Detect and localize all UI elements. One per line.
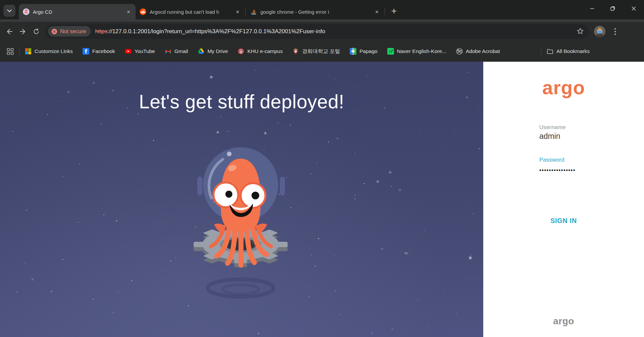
- helmet-handle-left: [197, 177, 202, 195]
- helmet-handle-right: [280, 177, 285, 195]
- forward-arrow-icon: [19, 28, 26, 35]
- minimize-button[interactable]: [582, 0, 602, 17]
- toolbar-right-group: [594, 26, 619, 37]
- bookmark-facebook[interactable]: Facebook: [83, 48, 115, 55]
- tab-search-button[interactable]: [3, 5, 15, 17]
- tab-title: Argo CD: [33, 9, 123, 15]
- restore-icon: [610, 6, 615, 11]
- all-bookmarks-label: All Bookmarks: [556, 48, 590, 54]
- bookmark-star-button[interactable]: [577, 27, 584, 36]
- tab-close-button[interactable]: ×: [373, 8, 381, 15]
- avatar-image: [594, 26, 605, 37]
- naver-dictionary-icon: 가 A: [387, 48, 394, 55]
- star-icon: [577, 27, 584, 35]
- argo-footer-logo: argo: [483, 316, 644, 327]
- password-label: Password: [539, 157, 564, 163]
- profile-avatar[interactable]: [594, 26, 605, 37]
- bookmark-label: 경희대학교 포털: [302, 48, 340, 55]
- argo-logo: argo: [483, 76, 644, 99]
- bookmark-label: Customize Links: [35, 48, 73, 54]
- bookmarks-divider: [541, 47, 541, 55]
- all-bookmarks[interactable]: All Bookmarks: [536, 47, 590, 55]
- tab-argo-cd[interactable]: Argo CD ×: [19, 4, 136, 19]
- login-panel: argo Username admin Password •••••••••••…: [483, 62, 644, 337]
- new-tab-button[interactable]: +: [388, 5, 400, 17]
- tab-divider: [245, 8, 246, 15]
- bookmark-label: Facebook: [92, 48, 115, 54]
- tab-close-button[interactable]: ×: [125, 8, 132, 15]
- url-scheme: https: [95, 28, 107, 35]
- youtube-icon: [125, 48, 132, 55]
- close-window-button[interactable]: [623, 0, 644, 17]
- svg-text:A: A: [392, 49, 393, 52]
- bookmark-gmail[interactable]: Gmail: [165, 48, 188, 55]
- bookmarks-bar: Customize Links Facebook YouTube Gmail M…: [0, 41, 644, 62]
- url-text[interactable]: https://127.0.0.1:2001/login?return_url=…: [95, 28, 325, 35]
- khu-portal-crest-icon: [292, 48, 299, 55]
- apps-grid-icon[interactable]: [7, 48, 14, 55]
- bookmark-khu-ecampus[interactable]: KHU e-campus: [238, 48, 283, 55]
- tab-reddit-argocd[interactable]: Argocd running but can't load h ×: [136, 4, 245, 19]
- bookmark-label: Gmail: [175, 48, 188, 54]
- tab-strip: Argo CD × Argocd running but can't load …: [0, 0, 644, 19]
- globe-icon: [456, 48, 463, 55]
- bookmark-youtube[interactable]: YouTube: [125, 48, 155, 55]
- bookmark-adobe-acrobat[interactable]: Adobe Acrobat: [456, 48, 500, 55]
- security-label: Not secure: [60, 29, 86, 35]
- bookmark-papago[interactable]: Papago: [350, 48, 377, 55]
- bookmark-label: Naver English-Kore...: [397, 48, 446, 54]
- username-label: Username: [539, 124, 565, 131]
- reload-icon: [33, 28, 40, 35]
- address-bar[interactable]: Not secure https://127.0.0.1:2001/login?…: [45, 24, 589, 39]
- minimize-icon: [590, 6, 594, 11]
- bookmark-label: YouTube: [135, 48, 155, 54]
- gmail-icon: [165, 48, 171, 55]
- reload-button[interactable]: [30, 25, 43, 38]
- khu-crest-icon: [238, 48, 244, 55]
- argo-favicon-icon: [23, 8, 30, 15]
- reddit-favicon-icon: [140, 8, 146, 15]
- bookmark-label: Adobe Acrobat: [466, 48, 500, 54]
- bookmark-label: My Drive: [207, 48, 228, 54]
- forward-button[interactable]: [16, 25, 30, 38]
- bookmark-label: KHU e-campus: [247, 48, 283, 54]
- back-arrow-icon: [6, 28, 13, 35]
- close-icon: [632, 6, 636, 11]
- google-drive-icon: [198, 48, 204, 55]
- bookmark-label: Papago: [359, 48, 377, 54]
- window-controls: [582, 0, 644, 17]
- not-secure-icon: [51, 29, 57, 35]
- url-rest: ://127.0.0.1:2001/login?return_url=https…: [107, 28, 325, 35]
- username-input[interactable]: admin: [539, 132, 560, 141]
- bookmark-customize-links[interactable]: Customize Links: [25, 48, 73, 55]
- chevron-down-icon: [7, 9, 12, 12]
- argo-octopus-mascot: [191, 144, 292, 305]
- facebook-icon: [83, 48, 89, 55]
- tab-stackoverflow[interactable]: google chrome - Getting error i ×: [246, 4, 384, 19]
- browser-toolbar: Not secure https://127.0.0.1:2001/login?…: [0, 19, 644, 41]
- back-button[interactable]: [3, 25, 16, 38]
- tab-divider: [385, 8, 385, 15]
- bookmark-naver-dictionary[interactable]: 가 A Naver English-Kore...: [387, 48, 446, 55]
- page-content: Let's get stuff deployed!: [0, 62, 644, 337]
- security-chip[interactable]: Not secure: [48, 26, 91, 37]
- tab-title: google chrome - Getting error i: [260, 9, 371, 15]
- papago-icon: [350, 48, 356, 55]
- bookmarks-divider: [19, 47, 19, 55]
- browser-menu-button[interactable]: [611, 27, 619, 36]
- folder-icon: [547, 48, 553, 55]
- customize-links-icon: [25, 48, 32, 55]
- bookmark-khu-portal[interactable]: 경희대학교 포털: [292, 48, 340, 55]
- restore-button[interactable]: [602, 0, 623, 17]
- bookmark-my-drive[interactable]: My Drive: [198, 48, 228, 55]
- stackoverflow-favicon-icon: [250, 8, 257, 15]
- tab-title: Argocd running but can't load h: [150, 9, 232, 15]
- tab-close-button[interactable]: ×: [234, 8, 241, 15]
- argo-hero-section: Let's get stuff deployed!: [0, 62, 483, 337]
- sign-in-button[interactable]: SIGN IN: [483, 217, 644, 225]
- hero-title: Let's get stuff deployed!: [0, 91, 483, 113]
- password-input[interactable]: •••••••••••••••: [539, 167, 576, 173]
